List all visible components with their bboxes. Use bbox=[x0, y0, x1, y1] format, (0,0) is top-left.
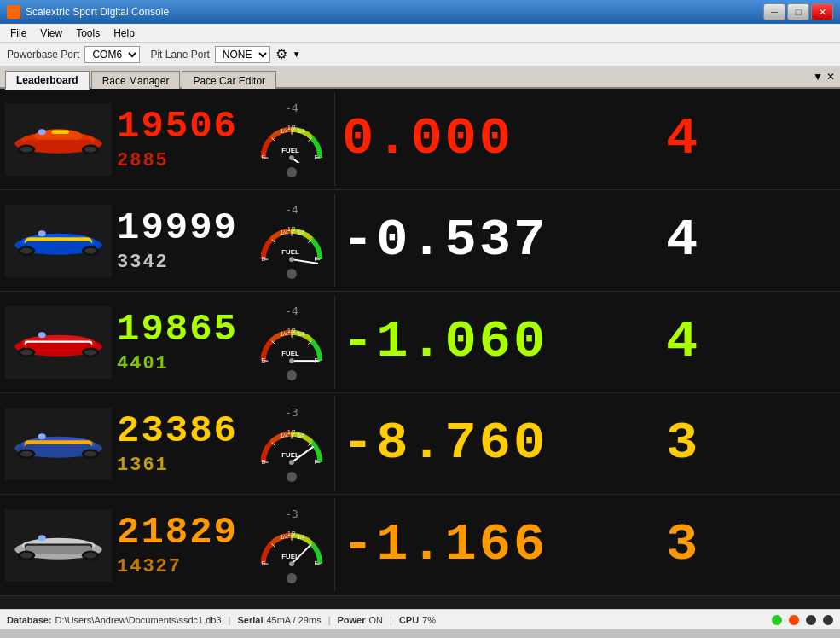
powerbase-port-select[interactable]: COM6 bbox=[84, 46, 140, 63]
lap-time-display: 19865 bbox=[117, 310, 249, 348]
svg-point-7 bbox=[84, 147, 96, 153]
svg-point-88 bbox=[289, 460, 294, 465]
close-button[interactable]: ✕ bbox=[811, 3, 833, 20]
car-row: 23386 1361 -3 E 1/4 1/2 3/4 F FUEL bbox=[0, 393, 840, 495]
svg-text:1/2: 1/2 bbox=[287, 124, 296, 130]
settings-gear-icon[interactable]: ⚙ bbox=[275, 46, 287, 62]
pitlane-label: Pit Lane Port bbox=[150, 49, 209, 61]
dot-indicator bbox=[287, 573, 297, 583]
car-stats: 23386 1361 bbox=[117, 412, 249, 476]
car-image bbox=[5, 306, 112, 379]
svg-point-6 bbox=[20, 147, 32, 153]
svg-point-74 bbox=[84, 451, 96, 457]
right-display: 0.000 4 bbox=[334, 92, 840, 186]
fuel-section: -4 E 1/4 1/2 3/4 F FUEL bbox=[249, 102, 334, 177]
svg-point-22 bbox=[289, 155, 294, 160]
menu-tools[interactable]: Tools bbox=[69, 26, 107, 41]
fuel-gauge-container: E 1/4 1/2 3/4 F FUEL bbox=[258, 522, 326, 571]
svg-text:3/4: 3/4 bbox=[297, 330, 305, 336]
cpu-label: CPU bbox=[399, 615, 419, 625]
svg-text:3/4: 3/4 bbox=[297, 533, 305, 539]
lap-time-display: 19999 bbox=[117, 209, 249, 246]
svg-text:E: E bbox=[262, 560, 266, 566]
sep2: | bbox=[328, 615, 331, 625]
tab-dropdown-arrow[interactable]: ▼ bbox=[811, 69, 825, 84]
svg-point-52 bbox=[84, 350, 96, 356]
svg-text:3/4: 3/4 bbox=[297, 229, 305, 235]
svg-text:1/2: 1/2 bbox=[287, 327, 296, 333]
pitlane-port-select[interactable]: NONE bbox=[215, 46, 270, 63]
menu-bar: File View Tools Help bbox=[0, 24, 840, 43]
fuel-gauge-container: E 1/4 1/2 3/4 F FUEL bbox=[258, 420, 326, 470]
svg-point-30 bbox=[84, 248, 96, 254]
tab-leaderboard[interactable]: Leaderboard bbox=[5, 71, 90, 90]
grey-dot2 bbox=[823, 615, 833, 625]
big-lap-display: 3 bbox=[666, 519, 700, 571]
gear-dropdown-arrow[interactable]: ▼ bbox=[293, 49, 301, 59]
svg-rect-48 bbox=[25, 343, 93, 351]
best-time-display: 3342 bbox=[117, 252, 249, 273]
lap-delta: -3 bbox=[285, 406, 298, 419]
big-time-display: -8.760 bbox=[342, 417, 666, 470]
main-content: 19506 2885 -4 E 1/4 1/2 3/4 F FUEL bbox=[0, 89, 840, 609]
svg-line-21 bbox=[292, 158, 313, 163]
menu-view[interactable]: View bbox=[33, 26, 69, 41]
car-row: 19865 4401 -4 E 1/4 1/2 3/4 F FUEL bbox=[0, 292, 840, 393]
lap-time-display: 23386 bbox=[117, 412, 249, 450]
dot-indicator bbox=[287, 370, 297, 380]
grey-dot bbox=[806, 615, 816, 625]
dot-indicator bbox=[287, 269, 297, 279]
menu-file[interactable]: File bbox=[3, 26, 33, 41]
fuel-gauge-container: E 1/4 1/2 3/4 F FUEL bbox=[258, 116, 326, 165]
maximize-button[interactable]: □ bbox=[787, 3, 809, 20]
svg-text:1/2: 1/2 bbox=[287, 428, 296, 434]
big-time-display: 0.000 bbox=[342, 113, 666, 165]
car-stats: 19506 2885 bbox=[117, 107, 249, 171]
dot-indicator bbox=[287, 167, 297, 177]
fuel-gauge-container: E 1/4 1/2 3/4 F FUEL bbox=[258, 319, 326, 368]
svg-point-8 bbox=[38, 129, 46, 135]
lap-time-display: 21829 bbox=[117, 513, 249, 551]
best-time-display: 2885 bbox=[117, 150, 249, 171]
car-stats: 21829 14327 bbox=[117, 513, 249, 577]
status-bar: Database: D:\Users\Andrew\Documents\ssdc… bbox=[0, 609, 840, 629]
toolbar: Powerbase Port COM6 Pit Lane Port NONE ⚙… bbox=[0, 43, 840, 67]
power-value: ON bbox=[369, 615, 384, 625]
menu-help[interactable]: Help bbox=[107, 26, 142, 41]
best-time-display: 1361 bbox=[117, 455, 249, 476]
powerbase-label: Powerbase Port bbox=[7, 49, 79, 61]
svg-text:FUEL: FUEL bbox=[281, 147, 299, 154]
svg-text:E: E bbox=[262, 154, 266, 160]
window-title: Scalextric Sport Digital Console bbox=[26, 6, 169, 18]
lap-delta: -4 bbox=[285, 304, 298, 317]
svg-point-95 bbox=[20, 553, 32, 559]
minimize-button[interactable]: ─ bbox=[763, 3, 785, 20]
svg-text:3/4: 3/4 bbox=[297, 432, 305, 438]
sep1: | bbox=[229, 615, 231, 625]
tab-close-icon[interactable]: ✕ bbox=[825, 69, 837, 84]
tab-pace-car-editor[interactable]: Pace Car Editor bbox=[182, 71, 276, 90]
svg-point-29 bbox=[20, 248, 32, 254]
sep3: | bbox=[390, 615, 392, 625]
dot-indicator bbox=[287, 472, 297, 482]
right-display: -1.166 3 bbox=[334, 498, 840, 592]
lap-time-display: 19506 bbox=[117, 107, 249, 145]
right-display: -0.537 4 bbox=[334, 194, 840, 287]
big-time-display: -1.060 bbox=[342, 316, 666, 368]
svg-text:F: F bbox=[315, 560, 318, 566]
car-row: 19506 2885 -4 E 1/4 1/2 3/4 F FUEL bbox=[0, 89, 840, 190]
big-time-display: -1.166 bbox=[342, 519, 666, 571]
window-controls: ─ □ ✕ bbox=[763, 3, 833, 20]
svg-text:3/4: 3/4 bbox=[297, 127, 305, 133]
serial-value: 45mA / 29ms bbox=[266, 615, 321, 625]
cpu-value: 7% bbox=[422, 615, 436, 625]
car-stats: 19865 4401 bbox=[117, 310, 249, 374]
tab-race-manager[interactable]: Race Manager bbox=[91, 71, 181, 90]
red-dot bbox=[789, 615, 799, 625]
best-time-display: 14327 bbox=[117, 556, 249, 577]
car-image bbox=[5, 103, 112, 176]
serial-label: Serial bbox=[237, 615, 263, 625]
svg-text:E: E bbox=[262, 459, 266, 465]
fuel-section: -4 E 1/4 1/2 3/4 F FUEL bbox=[249, 203, 334, 279]
svg-text:F: F bbox=[315, 256, 318, 262]
